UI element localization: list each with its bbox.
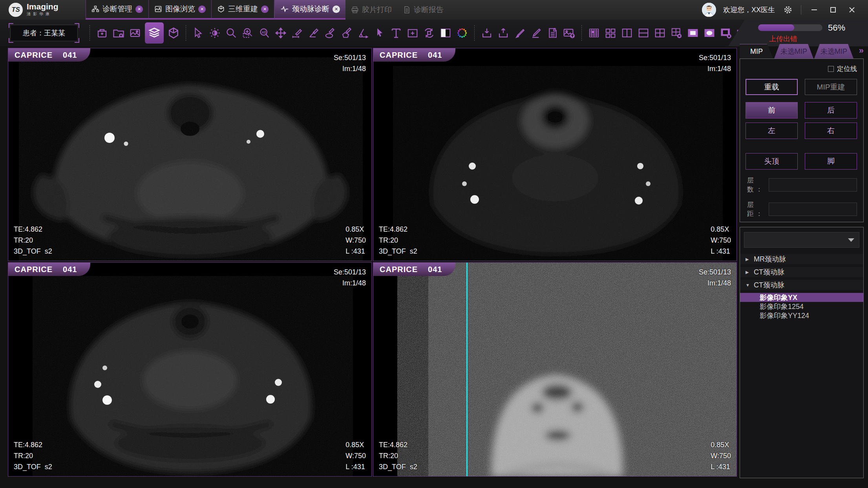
tab-close-icon[interactable]: ✕: [261, 5, 269, 13]
patient-field[interactable]: 患者：王某某: [10, 25, 78, 41]
brightness-icon[interactable]: [208, 24, 221, 42]
measure-length-icon[interactable]: [291, 24, 304, 42]
invert-icon[interactable]: [439, 24, 452, 42]
tree-item-impression-yy124[interactable]: 影像印象YY124: [740, 311, 863, 320]
measure-polygon-icon[interactable]: [340, 24, 353, 42]
panel-tab-unselected-mip-2[interactable]: 未选MIP: [814, 44, 853, 58]
toolbar-divider: [186, 25, 186, 41]
rect-add-icon[interactable]: [406, 24, 419, 42]
tab-carotid-diagnosis[interactable]: 颈动脉诊断 ✕: [274, 0, 345, 20]
direction-back-button[interactable]: 后: [805, 102, 857, 119]
folder-add-icon[interactable]: [112, 24, 125, 42]
tab-close-icon[interactable]: ✕: [198, 5, 206, 13]
viewport-2[interactable]: CAPRICE 041 Se:501/13Im:1/48 TE:4.862TR:…: [373, 48, 737, 261]
direction-head-button[interactable]: 头顶: [746, 153, 798, 170]
tab-image-browse[interactable]: 图像浏览 ✕: [148, 0, 211, 20]
reload-button[interactable]: 重载: [746, 79, 798, 95]
grid-2x2-icon[interactable]: [653, 24, 667, 42]
series-number: 041: [63, 51, 77, 60]
grid-quad-icon[interactable]: [604, 24, 617, 42]
download-icon[interactable]: [480, 24, 493, 42]
tab-diagnosis-management[interactable]: 诊断管理 ✕: [86, 0, 148, 20]
split-vertical-icon[interactable]: [620, 24, 634, 42]
zoom-region-icon[interactable]: [241, 24, 254, 42]
archive-add-icon[interactable]: [95, 24, 109, 42]
annotate-arrow-icon[interactable]: [373, 24, 386, 42]
report-add-icon[interactable]: [546, 24, 559, 42]
overlay-acquisition-info: TE:4.862TR:203D_TOF s2: [379, 439, 417, 472]
measure-ellipse-icon[interactable]: [323, 24, 337, 42]
upload-progress-bar: [758, 24, 822, 31]
angle-icon[interactable]: [356, 24, 370, 42]
settings-gear-icon[interactable]: [782, 4, 794, 16]
tree-node-mr-carotid[interactable]: ▶ MR颈动脉: [740, 254, 863, 264]
chevron-right-icon: ▶: [746, 257, 750, 262]
localizer-checkbox[interactable]: [828, 66, 834, 72]
measure-angle-icon[interactable]: [307, 24, 320, 42]
pen-icon[interactable]: [530, 24, 543, 42]
direction-front-button[interactable]: 前: [746, 102, 798, 119]
layer-spacing-input[interactable]: [769, 203, 857, 216]
viewport-4[interactable]: CAPRICE 041 Se:501/13Im:1/48 TE:4.862TR:…: [373, 262, 737, 477]
panel-tab-unselected-mip-1[interactable]: 未选MIP: [774, 44, 813, 58]
title-bar: TS Imaging 清影华康 诊断管理 ✕ 图像浏览 ✕ 三维重建 ✕ 颈动脉…: [0, 0, 868, 20]
localizer-checkbox-label: 定位线: [837, 64, 857, 73]
text-icon[interactable]: [389, 24, 403, 42]
panel-expand-icon[interactable]: »: [859, 44, 866, 58]
viewport-1[interactable]: CAPRICE 041 Se:501/13Im:1/48 TE:4.862TR:…: [8, 48, 372, 261]
series-badge: CAPRICE 041: [373, 263, 455, 276]
direction-foot-button[interactable]: 脚: [805, 153, 857, 170]
chevron-expanded-icon: ▼: [746, 283, 750, 287]
upload-icon[interactable]: [497, 24, 510, 42]
chevron-down-icon: [848, 238, 854, 242]
photo-icon[interactable]: [128, 24, 142, 42]
tree-node-ct-carotid-2[interactable]: ▼ CT颈动脉: [740, 280, 863, 290]
direction-right-button[interactable]: 右: [805, 122, 857, 139]
overlay-window-info: 0.85XW:750L :431: [345, 439, 366, 472]
series-tree: ▶ MR颈动脉 ▶ CT颈动脉 ▼ CT颈动脉 影像印象YX 影像印象1254 …: [740, 254, 863, 320]
maximize-icon[interactable]: [827, 4, 839, 16]
close-icon[interactable]: [846, 4, 858, 16]
layers-icon[interactable]: [145, 22, 164, 44]
image-upload-icon[interactable]: [563, 24, 576, 42]
pan-icon[interactable]: [274, 24, 287, 42]
zoom-2x-icon[interactable]: x2: [258, 24, 271, 42]
grid-mpr-icon[interactable]: [587, 24, 601, 42]
avatar[interactable]: [702, 3, 716, 17]
minimize-icon[interactable]: [808, 4, 820, 16]
tree-node-ct-carotid-1[interactable]: ▶ CT颈动脉: [740, 267, 863, 277]
tree-item-impression-yx[interactable]: 影像印象YX: [740, 293, 863, 302]
mip-rebuild-button[interactable]: MIP重建: [805, 79, 857, 95]
viewport-3[interactable]: CAPRICE 041 Se:501/13Im:1/48 TE:4.862TR:…: [8, 262, 372, 477]
ellipse-solid-icon[interactable]: [703, 24, 716, 42]
localizer-line[interactable]: [466, 263, 468, 476]
grid-close-icon[interactable]: [670, 24, 683, 42]
rect-solid-close-icon[interactable]: [719, 24, 733, 42]
tab-3d-reconstruction[interactable]: 三维重建 ✕: [211, 0, 274, 20]
series-dropdown[interactable]: [744, 232, 859, 248]
mri-axial-suppressed-image: [373, 48, 737, 261]
direction-left-button[interactable]: 左: [746, 122, 798, 139]
tab-close-icon[interactable]: ✕: [135, 5, 143, 13]
rect-solid-icon[interactable]: [686, 24, 700, 42]
cube-3d-icon[interactable]: [167, 24, 180, 42]
toolbar-divider: [581, 25, 582, 41]
cursor-icon[interactable]: [192, 24, 205, 42]
rotate-icon[interactable]: [422, 24, 436, 42]
zoom-icon[interactable]: [225, 24, 238, 42]
panel-tab-mip[interactable]: MIP: [740, 44, 773, 58]
series-badge: CAPRICE 041: [373, 48, 455, 62]
tree-item-impression-1254[interactable]: 影像印象1254: [740, 302, 863, 311]
series-title: CAPRICE: [380, 265, 418, 274]
brush-icon[interactable]: [513, 24, 526, 42]
upload-percent: 56%: [828, 23, 845, 33]
layer-count-input[interactable]: [769, 178, 857, 192]
side-panel-tabs: MIP 未选MIP 未选MIP »: [740, 44, 866, 58]
upload-error-text[interactable]: 上传出错: [769, 34, 868, 44]
overlay-window-info: 0.85XW:750L :431: [711, 439, 731, 472]
color-wheel-icon[interactable]: [455, 24, 469, 42]
split-horizontal-icon[interactable]: [637, 24, 650, 42]
series-title: CAPRICE: [15, 51, 53, 60]
tab-label: 三维重建: [228, 4, 258, 14]
tab-close-icon[interactable]: ✕: [333, 5, 340, 13]
